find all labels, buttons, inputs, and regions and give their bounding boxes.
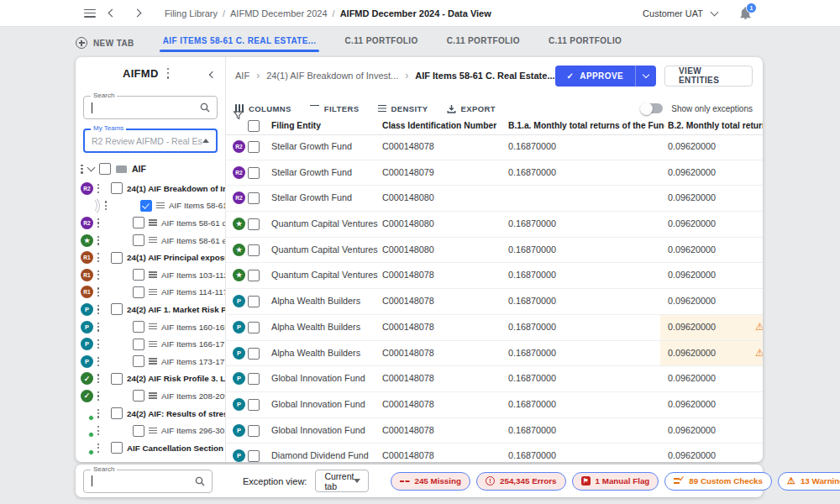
tree-row[interactable]: 24(2) AIF: Results of stress... <box>76 405 225 423</box>
tree-row[interactable]: R124(1) AIF Principal exposur... <box>76 249 225 266</box>
tree-row[interactable]: ★AIF Items 58-61 e.) Ot... <box>76 232 225 249</box>
chevron-down-icon[interactable] <box>87 164 96 172</box>
tree-checkbox[interactable] <box>133 339 144 350</box>
table-row[interactable]: R2Stellar Growth FundC0001480800.0962000… <box>225 186 763 212</box>
new-tab-button[interactable]: NEW TAB <box>76 37 134 49</box>
row-checkbox[interactable] <box>248 322 260 333</box>
tree-checkbox[interactable] <box>133 355 144 367</box>
row-checkbox[interactable] <box>248 425 260 437</box>
row-kebab-icon[interactable] <box>97 184 100 193</box>
row-kebab-icon[interactable] <box>97 409 100 418</box>
row-checkbox[interactable] <box>248 167 260 179</box>
tree-root[interactable]: AIF <box>81 160 225 178</box>
row-kebab-icon[interactable] <box>97 391 100 401</box>
breadcrumb-item[interactable]: AIFMD December 2024 <box>230 8 328 18</box>
tree-row[interactable]: AIF Cancellation Section <box>76 439 225 457</box>
tree-checkbox[interactable] <box>111 442 123 454</box>
tab[interactable]: C.11 PORTFOLIO <box>549 36 622 50</box>
tree-row[interactable]: R224(1) AIF Breakdown of Inv... <box>76 180 225 197</box>
column-header-b2[interactable]: B.2. Monthly total returns of th <box>668 121 763 130</box>
tree-row[interactable]: PAIF Items 173-177 b.)... <box>76 353 225 370</box>
tree-checkbox[interactable] <box>111 303 123 315</box>
team-select[interactable]: My Teams R2 Review AIFMD - Real Estate <box>83 129 218 153</box>
tree-row[interactable]: AIF Items 58-61 c.)... <box>76 197 225 215</box>
tree-row[interactable]: ✓AIF Items 208-209: Bre... <box>76 387 225 405</box>
tree-checkbox[interactable] <box>133 321 144 333</box>
tab[interactable]: C.11 PORTFOLIO <box>344 36 417 50</box>
row-kebab-icon[interactable] <box>97 374 100 383</box>
sidebar-search-field[interactable]: Search <box>83 96 218 119</box>
row-checkbox[interactable] <box>248 192 260 204</box>
tree-checkbox[interactable] <box>111 182 123 194</box>
row-kebab-icon[interactable] <box>97 218 100 228</box>
tree-checkbox[interactable] <box>133 269 144 281</box>
table-row[interactable]: PAlpha Wealth BuildersC0001480780.168700… <box>225 289 763 315</box>
status-pill-flag[interactable]: ⚑1 Manual Flag <box>572 472 659 491</box>
row-kebab-icon[interactable] <box>97 444 100 453</box>
status-pill-checklist[interactable]: 89 Custom Checks <box>664 472 772 491</box>
tree-row[interactable]: PAIF Items 160-165 a.)... <box>76 318 225 336</box>
table-row[interactable]: PAlpha Wealth BuildersC0001480780.168700… <box>225 315 763 341</box>
row-checkbox[interactable] <box>248 450 260 462</box>
row-kebab-icon[interactable] <box>97 305 100 314</box>
row-checkbox[interactable] <box>248 373 260 385</box>
table-row[interactable]: PAlpha Wealth BuildersC0001480780.168700… <box>225 341 763 367</box>
view-entities-button[interactable]: VIEW ENTITIES <box>664 66 753 87</box>
approve-button[interactable]: ✓APPROVE <box>555 66 656 87</box>
footer-search-field[interactable]: Search <box>83 470 213 493</box>
select-all-checkbox[interactable] <box>248 120 260 132</box>
tree-row[interactable]: R1AIF Items 103-112: Fiv... <box>76 266 225 284</box>
tree-checkbox[interactable] <box>111 373 123 385</box>
row-kebab-icon[interactable] <box>105 201 108 210</box>
row-kebab-icon[interactable] <box>97 323 100 332</box>
table-row[interactable]: PGlobal Innovation FundC0001480780.16870… <box>225 366 763 392</box>
collapse-sidebar-button[interactable] <box>207 62 218 84</box>
status-pill-dash[interactable]: 245 Missing <box>391 472 470 491</box>
tab-active[interactable]: AIF ITEMS 58-61 C. REAL ESTATE... <box>163 36 317 50</box>
row-kebab-icon[interactable] <box>97 339 100 349</box>
back-button[interactable] <box>102 4 121 23</box>
approve-dropdown-button[interactable] <box>635 66 656 87</box>
tree-row[interactable]: R2AIF Items 58-61 d.) Fu... <box>76 214 225 232</box>
breadcrumb-item[interactable]: 24(1) AIF Breakdown of Invest... <box>266 71 398 81</box>
tree-checkbox[interactable] <box>133 390 144 402</box>
column-header-class-id[interactable]: Class Identification Number <box>382 121 504 130</box>
table-row[interactable]: PGlobal Innovation FundC0001480780.16870… <box>225 418 763 444</box>
row-checkbox[interactable] <box>248 348 260 360</box>
notifications-bell[interactable]: 1 <box>739 7 752 20</box>
row-checkbox[interactable] <box>248 296 260 307</box>
column-header-b1a[interactable]: B.1.a. Monthly total returns of the Fund… <box>508 121 664 130</box>
kebab-menu-icon[interactable] <box>167 68 170 79</box>
tree-checkbox[interactable] <box>133 217 144 228</box>
tree-row[interactable]: P24(2) AIF 1. Market Risk Pr... <box>76 301 225 318</box>
tree-checkbox[interactable] <box>140 200 152 212</box>
row-kebab-icon[interactable] <box>81 165 83 174</box>
forward-button[interactable] <box>128 4 146 23</box>
table-row[interactable]: PDiamond Dividend FundC0001480780.168700… <box>225 444 763 462</box>
row-kebab-icon[interactable] <box>97 287 100 297</box>
table-row[interactable]: PGlobal Innovation FundC0001480780.16870… <box>225 392 763 418</box>
footer-search-input[interactable] <box>94 475 195 487</box>
column-header-filing-entity[interactable]: Filing Entity <box>271 121 379 130</box>
user-menu[interactable]: Customer UAT <box>643 8 717 18</box>
row-checkbox[interactable] <box>248 141 260 153</box>
tree-checkbox[interactable] <box>111 407 123 419</box>
table-row[interactable]: ★Quantum Capital VenturesC0001480800.168… <box>225 238 763 264</box>
row-kebab-icon[interactable] <box>97 426 100 435</box>
row-checkbox[interactable] <box>248 399 260 411</box>
table-row[interactable]: R2Stellar Growth FundC0001480790.1687000… <box>225 160 763 186</box>
row-kebab-icon[interactable] <box>97 236 100 245</box>
exception-view-select[interactable]: Current tab <box>315 470 369 492</box>
tree-row[interactable]: AIF Items 296-301: Fiv... <box>76 422 225 439</box>
status-pill-error[interactable]: !254,345 Errors <box>476 472 566 491</box>
table-row[interactable]: ★Quantum Capital VenturesC0001480800.168… <box>225 212 763 238</box>
table-row[interactable]: ★Quantum Capital VenturesC0001480780.168… <box>225 263 763 289</box>
tree-row[interactable]: R1AIF Items 114-117: Pri... <box>76 284 225 302</box>
row-checkbox[interactable] <box>248 244 260 256</box>
filter-funnel-icon[interactable] <box>233 110 244 121</box>
menu-icon[interactable] <box>84 9 96 18</box>
row-checkbox[interactable] <box>248 270 260 281</box>
tree-checkbox[interactable] <box>111 252 123 264</box>
tree-checkbox[interactable] <box>133 425 144 437</box>
row-kebab-icon[interactable] <box>97 253 100 262</box>
